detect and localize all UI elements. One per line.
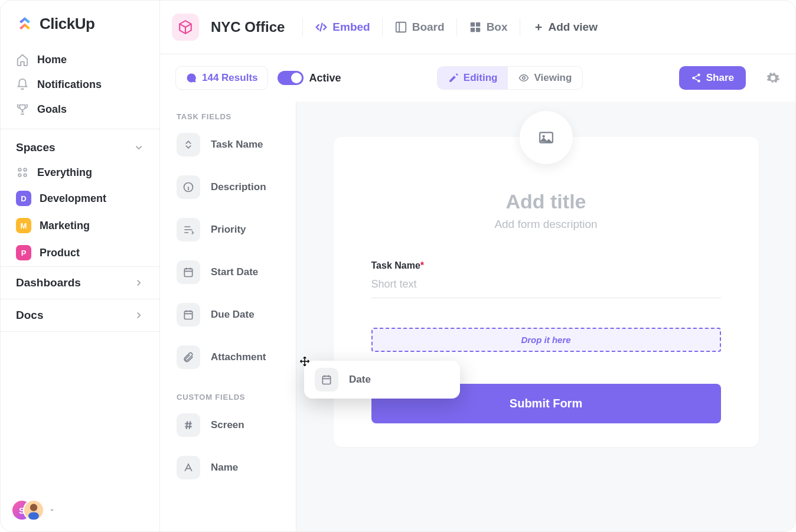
svg-point-0 — [18, 168, 21, 171]
field-screen[interactable]: Screen — [174, 409, 291, 451]
form-field-input[interactable]: Short text — [371, 271, 721, 298]
mode-toggle: Editing Viewing — [437, 66, 583, 90]
form-title-input[interactable]: Add title — [371, 190, 721, 213]
space-badge: P — [16, 245, 31, 260]
box-icon — [469, 21, 482, 34]
active-toggle[interactable]: Active — [278, 71, 341, 85]
priority-icon — [182, 224, 194, 236]
active-label: Active — [309, 72, 341, 84]
fields-panel: TASK FIELDS Task Name Description Priori… — [160, 102, 296, 531]
dragging-field-chip[interactable]: Date — [304, 361, 460, 399]
svg-rect-5 — [28, 513, 39, 520]
svg-point-3 — [24, 174, 27, 177]
svg-rect-16 — [184, 269, 192, 276]
home-icon — [16, 53, 29, 66]
nav-notifications-label: Notifications — [37, 79, 102, 91]
custom-fields-title: CUSTOM FIELDS — [174, 383, 291, 409]
space-development[interactable]: D Development — [8, 185, 152, 212]
add-view-button[interactable]: Add view — [533, 21, 598, 34]
mode-viewing[interactable]: Viewing — [508, 67, 582, 89]
space-product[interactable]: P Product — [8, 239, 152, 266]
svg-point-11 — [523, 77, 526, 80]
mode-editing-label: Editing — [464, 72, 498, 84]
results-button[interactable]: 144 Results — [175, 66, 268, 90]
svg-rect-17 — [184, 311, 192, 319]
svg-rect-9 — [470, 28, 474, 32]
spaces-header[interactable]: Spaces — [1, 133, 159, 160]
space-everything[interactable]: Everything — [8, 160, 152, 185]
brand-name: ClickUp — [40, 15, 94, 33]
caret-down-icon — [48, 506, 56, 514]
field-description[interactable]: Description — [174, 171, 291, 213]
avatar — [23, 500, 44, 521]
space-label: Product — [40, 247, 80, 259]
calendar-icon — [321, 374, 332, 386]
nav-notifications[interactable]: Notifications — [8, 72, 152, 97]
field-label: Task Name — [211, 139, 263, 151]
field-priority[interactable]: Priority — [174, 213, 291, 256]
field-due-date[interactable]: Due Date — [174, 298, 291, 341]
mode-editing[interactable]: Editing — [438, 67, 508, 89]
nav-goals-label: Goals — [37, 103, 67, 116]
user-menu[interactable]: S — [1, 489, 159, 531]
svg-rect-20 — [322, 376, 330, 384]
view-board-label: Board — [412, 21, 445, 34]
form-image-button[interactable] — [520, 111, 573, 164]
svg-rect-10 — [476, 28, 480, 32]
view-box-label: Box — [487, 21, 508, 34]
share-button[interactable]: Share — [679, 66, 746, 90]
gear-icon[interactable] — [766, 71, 780, 85]
text-icon — [182, 462, 194, 474]
everything-icon — [16, 166, 29, 179]
space-marketing[interactable]: M Marketing — [8, 212, 152, 239]
field-label: Description — [211, 181, 266, 193]
divider — [1, 129, 159, 129]
nav-docs-label: Docs — [16, 309, 43, 322]
view-board[interactable]: Board — [393, 19, 446, 35]
svg-rect-7 — [470, 22, 474, 27]
image-icon — [537, 130, 555, 145]
view-embed[interactable]: Embed — [314, 19, 371, 35]
form-card: Add title Add form description Task Name… — [334, 137, 759, 447]
nav-home[interactable]: Home — [8, 47, 152, 72]
space-label: Development — [40, 192, 106, 205]
svg-rect-6 — [396, 22, 406, 32]
drop-zone[interactable]: Drop it here — [371, 328, 721, 352]
sidebar: ClickUp Home Notifications Goals Spaces — [1, 1, 160, 531]
field-label: Start Date — [211, 266, 258, 278]
nav-docs[interactable]: Docs — [1, 299, 159, 332]
svg-point-1 — [24, 168, 27, 171]
field-start-date[interactable]: Start Date — [174, 256, 291, 298]
share-label: Share — [706, 72, 734, 84]
task-fields-title: TASK FIELDS — [174, 109, 291, 128]
chat-icon — [185, 72, 197, 84]
top-bar: NYC Office Embed Board Box Add view — [160, 1, 795, 54]
space-icon[interactable] — [172, 14, 199, 41]
field-label: Due Date — [211, 309, 255, 321]
nav-goals[interactable]: Goals — [8, 97, 152, 122]
field-name[interactable]: Name — [174, 451, 291, 494]
nav-dashboards[interactable]: Dashboards — [1, 266, 159, 299]
dragging-field-label: Date — [349, 374, 371, 386]
board-icon — [394, 21, 407, 34]
form-canvas: Add title Add form description Task Name… — [296, 102, 795, 531]
bell-icon — [16, 78, 29, 91]
form-field-label: Task Name* — [371, 260, 721, 271]
view-embed-label: Embed — [332, 21, 370, 34]
toolbar: 144 Results Active Editing Viewing Share — [160, 54, 795, 102]
pencil-icon — [448, 73, 459, 83]
cube-icon — [178, 19, 193, 35]
eye-icon — [518, 73, 529, 83]
calendar-icon — [182, 266, 194, 278]
field-task-name[interactable]: Task Name — [174, 128, 291, 171]
svg-point-13 — [692, 77, 695, 80]
form-description-input[interactable]: Add form description — [371, 218, 721, 231]
space-label: Marketing — [40, 220, 90, 232]
brand[interactable]: ClickUp — [1, 1, 159, 44]
field-attachment[interactable]: Attachment — [174, 341, 291, 383]
svg-point-12 — [697, 74, 700, 77]
field-label: Screen — [211, 419, 244, 431]
space-everything-label: Everything — [37, 167, 92, 179]
svg-rect-8 — [476, 22, 480, 27]
view-box[interactable]: Box — [468, 19, 509, 35]
